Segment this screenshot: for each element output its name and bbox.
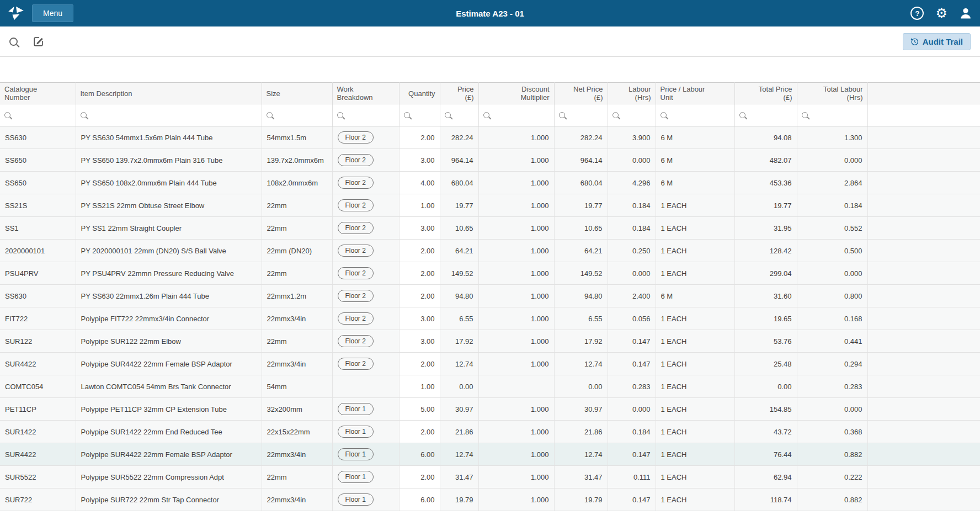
cell-quantity[interactable]: 2.00	[399, 285, 440, 307]
settings-gear-icon[interactable]: ⚙	[935, 7, 947, 20]
work-breakdown-pill[interactable]: Floor 1	[338, 448, 374, 460]
table-row[interactable]: SS21SPY SS21S 22mm Obtuse Street Elbow22…	[0, 194, 980, 217]
cell-labour: 0.250	[608, 240, 656, 262]
work-breakdown-pill[interactable]: Floor 2	[338, 290, 374, 302]
cell-quantity[interactable]: 2.00	[399, 421, 440, 443]
cell-size: 22mm	[262, 217, 332, 240]
filter-input-quantity[interactable]	[399, 104, 440, 126]
table-row[interactable]: SUR722Polypipe SUR722 22mm Str Tap Conne…	[0, 489, 980, 511]
table-row[interactable]: SS630PY SS630 54mmx1.5x6m Plain 444 Tube…	[0, 126, 980, 149]
audit-trail-button[interactable]: Audit Trail	[903, 33, 971, 50]
column-header-size[interactable]: Size	[262, 83, 332, 104]
cell-net_price: 964.14	[554, 149, 608, 172]
table-row[interactable]: PET11CPPolypipe PET11CP 32mm CP Extensio…	[0, 398, 980, 421]
cell-unit: 1 EACH	[656, 240, 734, 262]
filter-input-work_breakdown[interactable]	[332, 104, 399, 126]
work-breakdown-pill[interactable]: Floor 1	[338, 471, 374, 483]
column-header-total_labour[interactable]: Total Labour (Hrs)	[797, 83, 867, 104]
filter-input-net_price[interactable]	[554, 104, 608, 126]
work-breakdown-pill[interactable]: Floor 2	[338, 222, 374, 234]
cell-quantity[interactable]: 3.00	[399, 330, 440, 353]
work-breakdown-pill[interactable]: Floor 2	[338, 267, 374, 279]
table-row[interactable]: PSU4PRVPY PSU4PRV 22mmn Pressure Reducin…	[0, 262, 980, 285]
table-row[interactable]: SUR122Polypipe SUR122 22mm Elbow22mmFloo…	[0, 330, 980, 353]
work-breakdown-pill[interactable]: Floor 2	[338, 131, 374, 144]
search-icon[interactable]	[9, 38, 18, 46]
filter-input-description[interactable]	[76, 104, 262, 126]
cell-work_breakdown: Floor 2	[332, 262, 399, 285]
edit-icon[interactable]	[32, 35, 45, 48]
work-breakdown-pill[interactable]: Floor 2	[338, 154, 374, 166]
cell-unit: 1 EACH	[656, 375, 734, 398]
column-header-work_breakdown[interactable]: Work Breakdown	[332, 83, 399, 104]
column-header-total_price[interactable]: Total Price (£)	[734, 83, 797, 104]
cell-catalogue: SUR4422	[0, 353, 76, 375]
work-breakdown-pill[interactable]: Floor 2	[338, 358, 374, 370]
filter-input-total_price[interactable]	[734, 104, 797, 126]
cell-price: 0.00	[440, 375, 478, 398]
work-breakdown-pill[interactable]: Floor 2	[338, 312, 374, 325]
table-row[interactable]: SUR4422Polypipe SUR4422 22mm Female BSP …	[0, 443, 980, 466]
cell-quantity[interactable]: 6.00	[399, 443, 440, 466]
app-logo-icon[interactable]	[8, 6, 24, 20]
column-header-discount[interactable]: Discount Multiplier	[478, 83, 554, 104]
cell-net_price: 6.55	[554, 307, 608, 330]
estimate-grid-container: Catalogue NumberItem DescriptionSizeWork…	[0, 82, 980, 511]
table-row[interactable]: SS650PY SS650 139.7x2.0mmx6m Plain 316 T…	[0, 149, 980, 172]
filter-input-catalogue[interactable]	[0, 104, 76, 126]
table-row[interactable]: 2020000101PY 2020000101 22mm (DN20) S/S …	[0, 240, 980, 262]
cell-quantity[interactable]: 1.00	[399, 194, 440, 217]
table-row[interactable]: SS1PY SS1 22mm Straight Coupler22mmFloor…	[0, 217, 980, 240]
table-row[interactable]: SUR5522Polypipe SUR5522 22mm Compression…	[0, 466, 980, 489]
column-header-net_price[interactable]: Net Price (£)	[554, 83, 608, 104]
work-breakdown-pill[interactable]: Floor 1	[338, 403, 374, 415]
cell-quantity[interactable]: 2.00	[399, 353, 440, 375]
cell-description: PY SS630 22mmx1.26m Plain 444 Tube	[76, 285, 262, 307]
cell-quantity[interactable]: 5.00	[399, 398, 440, 421]
user-profile-icon[interactable]	[959, 7, 972, 20]
table-row[interactable]: SUR1422Polypipe SUR1422 22mm End Reduced…	[0, 421, 980, 443]
cell-total_price: 118.74	[734, 489, 797, 511]
table-row[interactable]: SUR4422Polypipe SUR4422 22mm Female BSP …	[0, 353, 980, 375]
work-breakdown-pill[interactable]: Floor 2	[338, 199, 374, 211]
cell-catalogue: SUR122	[0, 330, 76, 353]
work-breakdown-pill[interactable]: Floor 2	[338, 177, 374, 189]
work-breakdown-pill[interactable]: Floor 1	[338, 493, 374, 506]
cell-quantity[interactable]: 3.00	[399, 149, 440, 172]
cell-quantity[interactable]: 6.00	[399, 489, 440, 511]
help-icon[interactable]: ?	[910, 7, 924, 20]
table-row[interactable]: COMTC054Lawton COMTC054 54mm Brs Tank Co…	[0, 375, 980, 398]
work-breakdown-pill[interactable]: Floor 1	[338, 426, 374, 438]
column-header-description[interactable]: Item Description	[76, 83, 262, 104]
cell-quantity[interactable]: 2.00	[399, 126, 440, 149]
cell-description: PY SS1 22mm Straight Coupler	[76, 217, 262, 240]
column-header-price[interactable]: Price (£)	[440, 83, 478, 104]
filter-input-price[interactable]	[440, 104, 478, 126]
search-icon	[483, 112, 489, 118]
cell-unit: 1 EACH	[656, 330, 734, 353]
filter-input-unit[interactable]	[656, 104, 734, 126]
column-header-quantity[interactable]: Quantity	[399, 83, 440, 104]
column-header-catalogue[interactable]: Catalogue Number	[0, 83, 76, 104]
cell-quantity[interactable]: 4.00	[399, 172, 440, 194]
table-row[interactable]: SS630PY SS630 22mmx1.26m Plain 444 Tube2…	[0, 285, 980, 307]
cell-quantity[interactable]: 2.00	[399, 240, 440, 262]
column-header-unit[interactable]: Price / Labour Unit	[656, 83, 734, 104]
table-row[interactable]: SS650PY SS650 108x2.0mmx6m Plain 444 Tub…	[0, 172, 980, 194]
cell-quantity[interactable]: 2.00	[399, 262, 440, 285]
filter-input-labour[interactable]	[608, 104, 656, 126]
filter-input-total_labour[interactable]	[797, 104, 867, 126]
filter-input-size[interactable]	[262, 104, 332, 126]
column-header-labour[interactable]: Labour (Hrs)	[608, 83, 656, 104]
menu-button[interactable]: Menu	[32, 4, 73, 22]
cell-quantity[interactable]: 3.00	[399, 307, 440, 330]
work-breakdown-pill[interactable]: Floor 2	[338, 335, 374, 347]
cell-quantity[interactable]: 3.00	[399, 217, 440, 240]
cell-labour: 0.000	[608, 398, 656, 421]
cell-quantity[interactable]: 1.00	[399, 375, 440, 398]
table-row[interactable]: FIT722Polypipe FIT722 22mmx3/4in Connect…	[0, 307, 980, 330]
filter-input-discount[interactable]	[478, 104, 554, 126]
cell-catalogue: PET11CP	[0, 398, 76, 421]
work-breakdown-pill[interactable]: Floor 2	[338, 245, 374, 257]
cell-quantity[interactable]: 2.00	[399, 466, 440, 489]
